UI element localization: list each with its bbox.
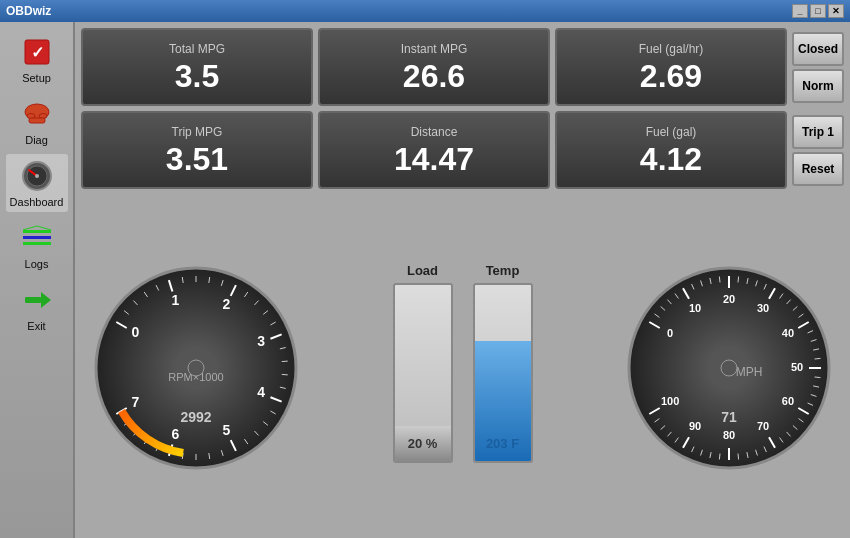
metric-total-mpg: Total MPG 3.5: [81, 28, 313, 106]
side-buttons: Closed Norm Trip 1 Reset: [792, 28, 844, 189]
dashboard-icon: [19, 158, 55, 194]
svg-rect-10: [23, 230, 51, 233]
metric-distance: Distance 14.47: [318, 111, 550, 189]
bars-container: 20 % 203 F: [393, 283, 533, 463]
metric-fuel-rate: Fuel (gal/hr) 2.69: [555, 28, 787, 106]
metrics-section-top: Total MPG 3.5 Instant MPG 26.6 Fuel (gal…: [81, 28, 844, 189]
metrics-row-1: Total MPG 3.5 Instant MPG 26.6 Fuel (gal…: [81, 28, 787, 189]
svg-text:✓: ✓: [30, 44, 43, 61]
metrics-row-bottom: Trip MPG 3.51 Distance 14.47 Fuel (gal) …: [81, 111, 787, 189]
temp-bar-wrapper: 203 F: [473, 283, 533, 463]
gauges-row: Load Temp 20 % 203 F: [81, 194, 844, 532]
bar-gauges: Load Temp 20 % 203 F: [316, 263, 609, 463]
setup-label: Setup: [22, 72, 51, 84]
mph-gauge-container: [614, 248, 844, 478]
trip-mpg-label: Trip MPG: [172, 125, 223, 139]
trip1-button[interactable]: Trip 1: [792, 115, 844, 149]
sidebar-item-logs[interactable]: Logs: [6, 216, 68, 274]
norm-button[interactable]: Norm: [792, 69, 844, 103]
side-buttons-bottom: Trip 1 Reset: [792, 111, 844, 189]
exit-icon: [19, 282, 55, 318]
window-title: OBDwiz: [6, 4, 51, 18]
metric-trip-mpg: Trip MPG 3.51: [81, 111, 313, 189]
temp-bar-label: Temp: [473, 263, 533, 278]
load-bar-wrapper: 20 %: [393, 283, 453, 463]
closed-button[interactable]: Closed: [792, 32, 844, 66]
svg-rect-5: [29, 118, 45, 123]
distance-value: 14.47: [394, 143, 474, 175]
load-bar-value: 20 %: [395, 436, 451, 451]
svg-rect-11: [23, 236, 51, 239]
svg-marker-14: [41, 292, 51, 308]
setup-icon: ✓: [19, 34, 55, 70]
title-bar: OBDwiz _ □ ✕: [0, 0, 850, 22]
maximize-button[interactable]: □: [810, 4, 826, 18]
rpm-gauge-container: [81, 248, 311, 478]
sidebar-item-setup[interactable]: ✓ Setup: [6, 30, 68, 88]
sidebar: ✓ Setup Diag: [0, 22, 75, 538]
reset-button[interactable]: Reset: [792, 152, 844, 186]
instant-mpg-label: Instant MPG: [401, 42, 468, 56]
sidebar-item-exit[interactable]: Exit: [6, 278, 68, 336]
minimize-button[interactable]: _: [792, 4, 808, 18]
metric-fuel-gal: Fuel (gal) 4.12: [555, 111, 787, 189]
exit-label: Exit: [27, 320, 45, 332]
load-bar-label: Load: [393, 263, 453, 278]
diag-label: Diag: [25, 134, 48, 146]
fuel-rate-label: Fuel (gal/hr): [639, 42, 704, 56]
logs-icon: [19, 220, 55, 256]
side-buttons-top: Closed Norm: [792, 28, 844, 106]
window-controls[interactable]: _ □ ✕: [792, 4, 844, 18]
svg-rect-12: [23, 242, 51, 245]
diag-icon: [19, 96, 55, 132]
temp-bar-value: 203 F: [475, 436, 531, 451]
content-area: Total MPG 3.5 Instant MPG 26.6 Fuel (gal…: [75, 22, 850, 538]
svg-rect-13: [25, 297, 41, 303]
fuel-gal-label: Fuel (gal): [646, 125, 697, 139]
total-mpg-label: Total MPG: [169, 42, 225, 56]
rpm-gauge: [81, 248, 311, 478]
distance-label: Distance: [411, 125, 458, 139]
bar-labels: Load Temp: [393, 263, 533, 278]
svg-point-9: [35, 174, 39, 178]
sidebar-item-dashboard[interactable]: Dashboard: [6, 154, 68, 212]
mph-gauge: [614, 248, 844, 478]
trip-mpg-value: 3.51: [166, 143, 228, 175]
total-mpg-value: 3.5: [175, 60, 219, 92]
fuel-rate-value: 2.69: [640, 60, 702, 92]
close-button[interactable]: ✕: [828, 4, 844, 18]
sidebar-item-diag[interactable]: Diag: [6, 92, 68, 150]
fuel-gal-value: 4.12: [640, 143, 702, 175]
metric-instant-mpg: Instant MPG 26.6: [318, 28, 550, 106]
metrics-row-top: Total MPG 3.5 Instant MPG 26.6 Fuel (gal…: [81, 28, 787, 106]
logs-label: Logs: [25, 258, 49, 270]
dashboard-label: Dashboard: [10, 196, 64, 208]
instant-mpg-value: 26.6: [403, 60, 465, 92]
